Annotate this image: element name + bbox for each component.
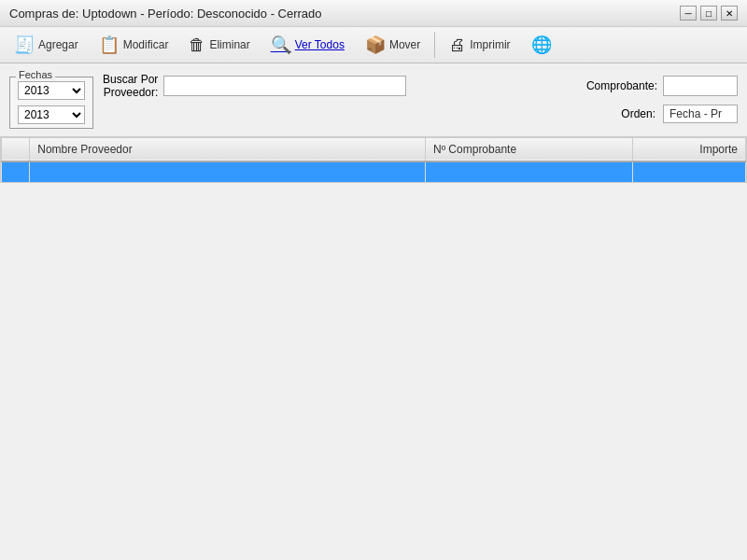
toolbar: 🧾 Agregar 📋 Modificar 🗑 Eliminar 🔍 Ver T… [0, 27, 747, 63]
table-row[interactable] [2, 161, 746, 182]
ver-todos-button[interactable]: 🔍 Ver Todos [262, 31, 353, 59]
imprimir-icon: 🖨 [449, 35, 466, 55]
filter-right: Buscar Por Proveedor: Comprobante: Orden… [103, 73, 738, 123]
col-nombre-proveedor: Nombre Proveedor [30, 138, 426, 161]
imprimir-button[interactable]: 🖨 Imprimir [441, 32, 518, 59]
col-importe: Importe [632, 138, 745, 161]
title-controls: ─ □ ✕ [680, 6, 738, 21]
title-bar: Compras de: Uptodown - Período: Desconoc… [0, 0, 747, 27]
table-body [2, 161, 746, 182]
filter-row-2: Orden: Fecha - Pr [103, 105, 738, 123]
cell-empty [2, 161, 30, 182]
comprobante-label: Comprobante: [586, 79, 657, 92]
modificar-label: Modificar [123, 38, 169, 51]
mover-icon: 📦 [365, 35, 386, 55]
buscar-proveedor-input[interactable] [163, 76, 406, 96]
mover-button[interactable]: 📦 Mover [357, 31, 429, 59]
col-empty [2, 138, 30, 161]
table-header-row: Nombre Proveedor Nº Comprobante Importe [2, 138, 746, 161]
agregar-label: Agregar [38, 38, 78, 51]
modificar-button[interactable]: 📋 Modificar [91, 31, 177, 59]
buscar-group: Buscar Por Proveedor: [103, 73, 406, 99]
mover-label: Mover [389, 38, 420, 51]
cell-nombre-proveedor [30, 161, 426, 182]
eliminar-label: Eliminar [209, 38, 249, 51]
fechas-label: Fechas [16, 69, 55, 80]
col-nro-comprobante: Nº Comprobante [425, 138, 632, 161]
comprobante-group: Comprobante: [586, 76, 738, 96]
ver-todos-label: Ver Todos [295, 38, 345, 51]
extra-button[interactable]: 🌐 [523, 31, 560, 59]
comprobante-input[interactable] [663, 76, 738, 96]
fecha-desde-select[interactable]: 2013 [18, 81, 85, 100]
table-container: Nombre Proveedor Nº Comprobante Importe [0, 137, 747, 183]
ver-todos-icon: 🔍 [271, 35, 291, 55]
table-header: Nombre Proveedor Nº Comprobante Importe [2, 138, 746, 161]
eliminar-button[interactable]: 🗑 Eliminar [180, 32, 258, 59]
agregar-icon: 🧾 [14, 35, 35, 55]
cell-importe [632, 161, 745, 182]
imprimir-label: Imprimir [470, 38, 510, 51]
extra-icon: 🌐 [531, 35, 552, 55]
eliminar-icon: 🗑 [189, 35, 205, 55]
minimize-button[interactable]: ─ [680, 6, 697, 21]
fecha-hasta-select[interactable]: 2013 [18, 105, 85, 124]
buscar-line1: Buscar Por [103, 73, 158, 86]
agregar-button[interactable]: 🧾 Agregar [6, 31, 87, 59]
buscar-line2: Proveedor: [104, 86, 159, 99]
window-title: Compras de: Uptodown - Período: Desconoc… [9, 7, 322, 21]
orden-value[interactable]: Fecha - Pr [663, 105, 738, 123]
close-button[interactable]: ✕ [721, 6, 738, 21]
modificar-icon: 📋 [99, 35, 120, 55]
orden-label: Orden: [621, 107, 655, 120]
buscar-labels: Buscar Por Proveedor: [103, 73, 158, 99]
cell-nro-comprobante [425, 161, 632, 182]
maximize-button[interactable]: □ [700, 6, 717, 21]
filter-row-1: Buscar Por Proveedor: Comprobante: [103, 73, 738, 99]
fechas-group: Fechas 2013 2013 [9, 77, 93, 129]
data-table: Nombre Proveedor Nº Comprobante Importe [1, 138, 746, 182]
toolbar-separator [434, 32, 435, 58]
filter-panel: Fechas 2013 2013 Buscar Por Proveedor: [0, 63, 747, 137]
